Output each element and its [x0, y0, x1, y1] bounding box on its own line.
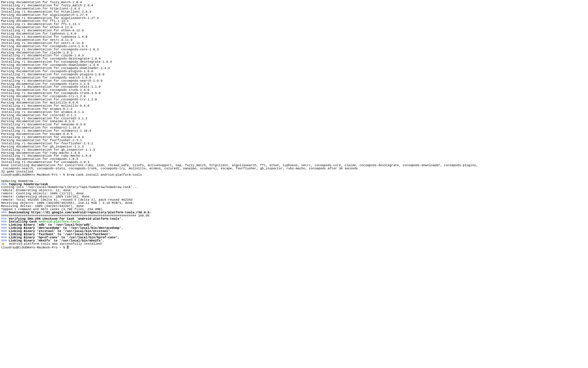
beer-icon: 🍺 — [1, 242, 5, 246]
cursor — [67, 246, 69, 249]
terminal-output[interactable]: Parsing documentation for fuzzy_match-2.… — [0, 0, 588, 250]
